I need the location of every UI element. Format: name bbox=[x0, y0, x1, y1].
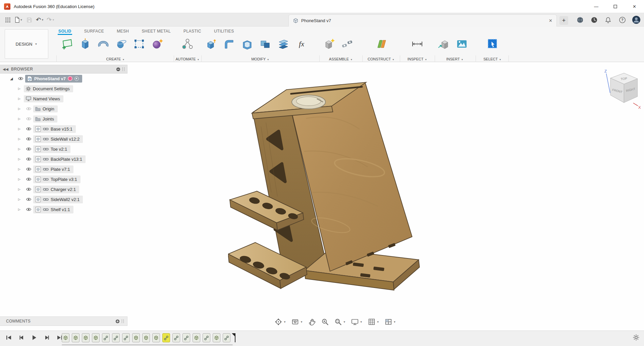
create-sketch-icon[interactable] bbox=[59, 36, 74, 52]
ribbon-tab[interactable]: SHEET METAL bbox=[141, 29, 171, 35]
visibility-off-icon[interactable] bbox=[26, 117, 32, 121]
panel-grip[interactable] bbox=[122, 319, 124, 323]
fit-icon[interactable]: ▼ bbox=[333, 317, 347, 327]
comments-add-icon[interactable] bbox=[115, 319, 120, 324]
timeline-scrollbar[interactable] bbox=[62, 344, 233, 345]
disclosure-caret-icon[interactable]: ▷ bbox=[18, 208, 24, 211]
change-parameters-fx-icon[interactable]: fx bbox=[294, 36, 309, 52]
browser-item-label[interactable]: Charger v2:1 bbox=[51, 187, 76, 192]
timeline-feature[interactable] bbox=[152, 333, 160, 342]
tab-close-icon[interactable]: ✕ bbox=[549, 18, 552, 23]
browser-row[interactable]: ▷ Toe v2:1 bbox=[0, 144, 127, 154]
view-cube[interactable]: Z TOP FRONT RIGHT X bbox=[602, 68, 642, 110]
browser-row[interactable]: ▷ SideWall v12:2 bbox=[0, 134, 127, 144]
browser-row[interactable]: ▷ Plate v7:1 bbox=[0, 164, 127, 174]
offset-face-icon[interactable] bbox=[276, 36, 291, 52]
timeline-feature[interactable] bbox=[62, 333, 69, 342]
create-group-label[interactable]: CREATE ▼ bbox=[59, 57, 172, 61]
press-pull-icon[interactable] bbox=[203, 36, 219, 52]
model-phonestand[interactable] bbox=[228, 69, 425, 307]
browser-row[interactable]: ▷ SideWall2 v2:1 bbox=[0, 194, 127, 204]
step-forward-button[interactable] bbox=[43, 334, 51, 342]
timeline-feature[interactable] bbox=[142, 333, 150, 342]
measure-icon[interactable] bbox=[410, 36, 425, 52]
browser-row[interactable]: ▷ Base v15:1 bbox=[0, 124, 127, 134]
disclosure-caret-icon[interactable]: ▷ bbox=[18, 167, 24, 171]
look-at-icon[interactable]: ▼ bbox=[290, 317, 304, 327]
grid-and-snaps-icon[interactable]: ▼ bbox=[367, 317, 380, 327]
activate-component-radio-icon[interactable] bbox=[74, 77, 79, 81]
maximize-button[interactable] bbox=[606, 0, 625, 13]
viewports-icon[interactable]: ▼ bbox=[383, 317, 397, 327]
zoom-icon[interactable] bbox=[320, 317, 330, 327]
ribbon-tab[interactable]: MESH bbox=[116, 29, 129, 35]
browser-row[interactable]: ▷ Named Views bbox=[0, 94, 127, 104]
browser-item-label[interactable]: SideWall2 v2:1 bbox=[51, 197, 79, 202]
save-button[interactable] bbox=[25, 15, 34, 25]
insert-group-label[interactable]: INSERT ▼ bbox=[436, 57, 474, 61]
browser-item-label[interactable]: Named Views bbox=[33, 96, 60, 101]
rectangular-pattern-icon[interactable] bbox=[131, 36, 147, 52]
assemble-group-label[interactable]: ASSEMBLE ▼ bbox=[321, 57, 360, 61]
timeline-feature[interactable] bbox=[72, 333, 79, 342]
construct-group-label[interactable]: CONSTRUCT ▼ bbox=[364, 57, 398, 61]
disclosure-caret-icon[interactable]: ▷ bbox=[18, 198, 24, 201]
minimize-button[interactable]: — bbox=[587, 0, 606, 13]
browser-item-label[interactable]: TopPlate v3:1 bbox=[51, 177, 77, 182]
clock-icon[interactable] bbox=[590, 15, 598, 25]
disclosure-caret-icon[interactable]: ▷ bbox=[18, 147, 24, 151]
fillet-icon[interactable] bbox=[221, 36, 237, 52]
pan-icon[interactable] bbox=[307, 317, 317, 327]
visibility-on-icon[interactable] bbox=[26, 127, 32, 131]
disclosure-caret-icon[interactable]: ▷ bbox=[18, 97, 24, 100]
browser-row[interactable]: ▷ Joints bbox=[0, 114, 127, 124]
timeline-feature[interactable] bbox=[182, 333, 190, 342]
panel-grip[interactable] bbox=[122, 67, 124, 71]
app-grid-icon[interactable] bbox=[3, 15, 12, 25]
modify-group-label[interactable]: MODIFY ▼ bbox=[203, 57, 317, 61]
timeline-feature[interactable] bbox=[162, 333, 170, 342]
visibility-on-icon[interactable] bbox=[26, 147, 32, 151]
select-group-label[interactable]: SELECT ▼ bbox=[478, 57, 507, 61]
close-button[interactable]: ✕ bbox=[625, 0, 644, 13]
panel-minus-icon[interactable] bbox=[116, 67, 120, 71]
disclosure-caret-icon[interactable]: ▷ bbox=[18, 188, 24, 191]
disclosure-expanded-icon[interactable]: ◢ bbox=[10, 77, 16, 81]
browser-root-row[interactable]: ◢ PhoneStand v7 bbox=[0, 73, 127, 84]
avatar[interactable] bbox=[632, 15, 641, 25]
browser-header[interactable]: ◀◀ BROWSER bbox=[0, 65, 127, 73]
construct-plane-icon[interactable] bbox=[373, 36, 389, 52]
help-icon[interactable]: ? bbox=[618, 15, 627, 25]
browser-root-label[interactable]: PhoneStand v7 bbox=[34, 76, 66, 81]
new-component-icon[interactable] bbox=[321, 36, 337, 52]
browser-item-label[interactable]: Plate v7:1 bbox=[51, 167, 70, 172]
extrude-icon[interactable] bbox=[77, 36, 93, 52]
timeline-feature[interactable] bbox=[122, 333, 130, 342]
joint-icon[interactable] bbox=[339, 36, 355, 52]
visibility-on-icon[interactable] bbox=[18, 77, 23, 81]
new-tab-button[interactable]: + bbox=[559, 16, 568, 25]
visibility-on-icon[interactable] bbox=[26, 197, 32, 201]
timeline-feature[interactable] bbox=[92, 333, 100, 342]
visibility-on-icon[interactable] bbox=[26, 207, 32, 211]
undo-button[interactable]: ↶▼ bbox=[36, 15, 44, 25]
ribbon-tab[interactable]: SURFACE bbox=[84, 29, 105, 35]
shell-icon[interactable] bbox=[239, 36, 255, 52]
disclosure-caret-icon[interactable]: ▷ bbox=[18, 157, 24, 161]
timeline-feature[interactable] bbox=[203, 333, 210, 342]
disclosure-caret-icon[interactable]: ▷ bbox=[18, 127, 24, 131]
timeline-feature[interactable] bbox=[82, 333, 90, 342]
ribbon-tab[interactable]: UTILITIES bbox=[213, 29, 235, 35]
visibility-on-icon[interactable] bbox=[26, 137, 32, 141]
browser-item-label[interactable]: SideWall v12:2 bbox=[51, 137, 79, 142]
disclosure-caret-icon[interactable]: ▷ bbox=[18, 137, 24, 141]
browser-item-label[interactable]: Origin bbox=[43, 106, 54, 111]
play-button[interactable] bbox=[30, 334, 38, 342]
sweep-icon[interactable] bbox=[113, 36, 129, 52]
automate-icon[interactable] bbox=[180, 36, 195, 52]
ribbon-tab[interactable]: PLASTIC bbox=[183, 29, 202, 35]
orbit-icon[interactable]: ▼ bbox=[273, 317, 287, 327]
bell-icon[interactable] bbox=[604, 15, 612, 25]
ribbon-tab[interactable]: SOLID bbox=[58, 29, 72, 35]
disclosure-caret-icon[interactable]: ▷ bbox=[18, 107, 24, 110]
